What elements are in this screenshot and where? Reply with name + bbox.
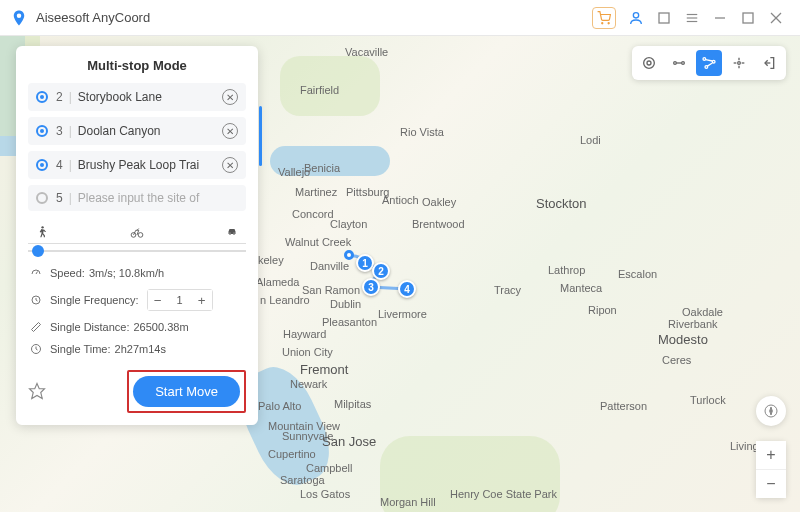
close-button[interactable] — [762, 4, 790, 32]
clock-icon — [28, 343, 44, 355]
favorite-button[interactable] — [28, 382, 48, 402]
maximize-button[interactable] — [734, 4, 762, 32]
main-area: FairfieldRio VistaVacavilleVallejoMartin… — [0, 36, 800, 512]
radio-icon — [36, 91, 48, 103]
svg-point-2 — [633, 12, 638, 17]
map-mode-toolbar — [632, 46, 786, 80]
restore-button[interactable] — [650, 4, 678, 32]
svg-line-32 — [36, 272, 38, 275]
stop-row[interactable]: 2|Storybook Lane✕ — [28, 83, 246, 111]
scroll-indicator[interactable] — [259, 106, 262, 166]
freq-decrease-button[interactable]: − — [148, 290, 168, 310]
stop-name: Doolan Canyon — [78, 124, 218, 138]
svg-marker-35 — [30, 383, 45, 398]
svg-point-17 — [712, 60, 715, 63]
stop-name: Brushy Peak Loop Trai — [78, 158, 218, 172]
svg-rect-3 — [659, 13, 669, 23]
app-logo-icon — [10, 9, 28, 27]
menu-button[interactable] — [678, 4, 706, 32]
svg-rect-8 — [743, 13, 753, 23]
freq-value: 1 — [168, 294, 192, 306]
svg-point-27 — [41, 226, 43, 228]
walk-mode-icon[interactable] — [32, 223, 52, 241]
panel-footer: Start Move — [28, 370, 246, 413]
mode-onestop-icon[interactable] — [666, 50, 692, 76]
frequency-info: Single Frequency: − 1 + — [28, 284, 246, 316]
ruler-icon — [28, 321, 44, 333]
svg-point-13 — [674, 62, 677, 65]
svg-point-14 — [682, 62, 685, 65]
compass-button[interactable] — [756, 396, 786, 426]
repeat-icon — [28, 294, 44, 306]
zoom-out-button[interactable]: − — [756, 470, 786, 498]
svg-point-0 — [602, 22, 603, 23]
stop-name: Storybook Lane — [78, 90, 218, 104]
start-move-button[interactable]: Start Move — [133, 376, 240, 407]
mode-teleport-icon[interactable] — [636, 50, 662, 76]
svg-marker-26 — [770, 407, 773, 415]
svg-point-12 — [644, 58, 655, 69]
svg-point-31 — [234, 233, 235, 234]
clear-stop-button[interactable]: ✕ — [222, 123, 238, 139]
radio-icon — [36, 192, 48, 204]
car-mode-icon[interactable] — [222, 223, 242, 241]
start-button-highlight: Start Move — [127, 370, 246, 413]
clear-stop-button[interactable]: ✕ — [222, 89, 238, 105]
svg-point-1 — [608, 22, 609, 23]
speed-info: Speed: 3m/s; 10.8km/h — [28, 262, 246, 284]
stop-row[interactable]: 3|Doolan Canyon✕ — [28, 117, 246, 145]
radio-icon — [36, 159, 48, 171]
mode-multistop-icon[interactable] — [696, 50, 722, 76]
multistop-panel: Multi-stop Mode 2|Storybook Lane✕3|Doola… — [16, 46, 258, 425]
distance-info: Single Distance: 26500.38m — [28, 316, 246, 338]
route-marker[interactable]: 3 — [362, 278, 380, 296]
stop-input-empty[interactable]: 5 | Please input the site of — [28, 185, 246, 211]
speedometer-icon — [28, 267, 44, 279]
mode-joystick-icon[interactable] — [726, 50, 752, 76]
stop-number: 3 — [56, 124, 63, 138]
stop-row[interactable]: 4|Brushy Peak Loop Trai✕ — [28, 151, 246, 179]
freq-increase-button[interactable]: + — [192, 290, 212, 310]
user-button[interactable] — [622, 4, 650, 32]
speed-slider[interactable] — [28, 244, 246, 262]
clear-stop-button[interactable]: ✕ — [222, 157, 238, 173]
stop-placeholder: Please input the site of — [78, 191, 238, 205]
slider-thumb[interactable] — [32, 245, 44, 257]
app-title: Aiseesoft AnyCoord — [36, 10, 150, 25]
svg-point-16 — [703, 58, 706, 61]
svg-point-11 — [647, 61, 651, 65]
stop-number: 2 — [56, 90, 63, 104]
cart-button[interactable] — [592, 7, 616, 29]
minimize-button[interactable] — [706, 4, 734, 32]
speed-mode-row — [28, 219, 246, 244]
svg-point-19 — [738, 62, 741, 65]
titlebar: Aiseesoft AnyCoord — [0, 0, 800, 36]
panel-title: Multi-stop Mode — [28, 58, 246, 73]
time-info: Single Time: 2h27m14s — [28, 338, 246, 360]
bike-mode-icon[interactable] — [127, 223, 147, 241]
stop-number: 4 — [56, 158, 63, 172]
frequency-stepper: − 1 + — [147, 289, 213, 311]
exit-mode-icon[interactable] — [756, 50, 782, 76]
zoom-control: + − — [756, 441, 786, 498]
route-marker[interactable]: 2 — [372, 262, 390, 280]
radio-icon — [36, 125, 48, 137]
svg-point-29 — [138, 233, 143, 238]
route-start-dot — [344, 250, 354, 260]
svg-point-30 — [230, 233, 231, 234]
zoom-in-button[interactable]: + — [756, 441, 786, 469]
stop-number: 5 — [56, 191, 63, 205]
route-marker[interactable]: 4 — [398, 280, 416, 298]
